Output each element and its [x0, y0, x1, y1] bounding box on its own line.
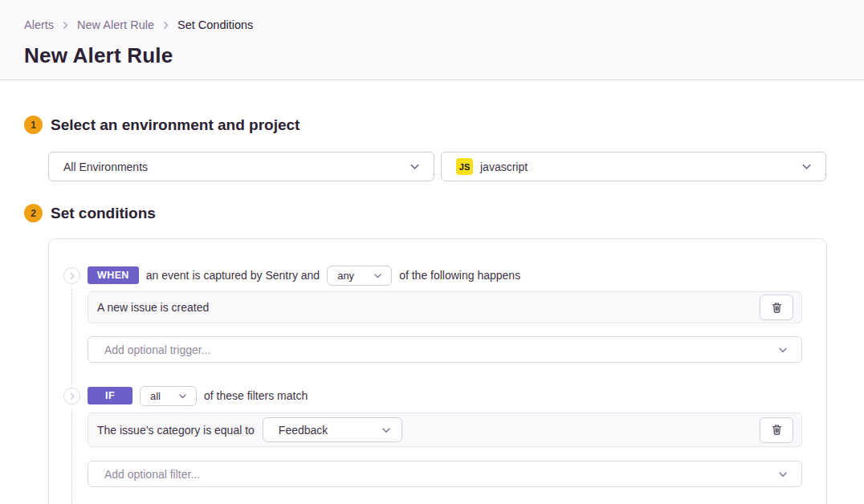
when-match-value: any	[337, 270, 354, 282]
environment-select[interactable]: All Environments	[48, 152, 434, 181]
condition-connector-line	[71, 289, 72, 384]
breadcrumb-current: Set Conditions	[177, 18, 253, 31]
breadcrumb-separator-icon	[161, 21, 170, 30]
condition-connector-line	[71, 409, 72, 504]
breadcrumb-link-new-alert-rule[interactable]: New Alert Rule	[77, 18, 154, 31]
breadcrumb-link-alerts[interactable]: Alerts	[24, 18, 54, 31]
when-text-after: of the following happens	[399, 269, 520, 282]
breadcrumb: Alerts New Alert Rule Set Conditions	[24, 18, 253, 31]
when-text-before: an event is captured by Sentry and	[146, 269, 320, 282]
chevron-down-icon	[777, 469, 789, 480]
javascript-platform-icon: JS	[456, 158, 473, 175]
filter-rule-label: The issue’s category is equal to	[96, 424, 255, 437]
delete-trigger-button[interactable]	[760, 295, 793, 320]
project-select-value: javascript	[480, 161, 793, 173]
if-match-select[interactable]: all	[140, 386, 197, 406]
filter-category-select[interactable]: Feedback	[263, 417, 402, 442]
add-filter-placeholder: Add optional filter...	[104, 468, 200, 481]
page-header: Alerts New Alert Rule Set Conditions New…	[0, 0, 864, 80]
chevron-down-icon	[381, 425, 392, 436]
if-badge: IF	[88, 387, 132, 404]
project-select[interactable]: JS javascript	[441, 152, 826, 181]
when-badge: WHEN	[88, 266, 139, 284]
new-alert-rule-page: Alerts New Alert Rule Set Conditions New…	[0, 0, 864, 504]
add-optional-trigger-select[interactable]: Add optional trigger...	[88, 336, 802, 363]
chevron-down-icon	[409, 161, 421, 173]
step-environment-heading: 1 Select an environment and project	[24, 116, 300, 134]
add-optional-filter-select[interactable]: Add optional filter...	[88, 461, 802, 487]
filter-category-value: Feedback	[279, 424, 328, 437]
if-node-chevron-circle-icon	[63, 388, 80, 404]
if-text-after: of these filters match	[204, 389, 308, 402]
when-node-chevron-circle-icon	[63, 267, 80, 284]
filter-rule-row: The issue’s category is equal to Feedbac…	[88, 413, 802, 447]
trash-icon	[771, 424, 783, 436]
chevron-down-icon	[373, 270, 383, 281]
add-trigger-placeholder: Add optional trigger...	[104, 343, 210, 356]
chevron-down-icon	[177, 391, 188, 401]
trash-icon	[771, 302, 783, 314]
page-title: New Alert Rule	[24, 43, 173, 68]
if-match-value: all	[150, 390, 161, 402]
step-2-heading: Set conditions	[51, 205, 156, 222]
step-2-number-badge: 2	[24, 204, 43, 222]
when-match-select[interactable]: any	[327, 266, 392, 286]
step-1-number-badge: 1	[24, 116, 43, 134]
environment-select-value: All Environments	[63, 161, 409, 173]
when-condition-line: WHEN an event is captured by Sentry and …	[88, 265, 520, 286]
delete-filter-button[interactable]	[760, 417, 793, 443]
if-condition-line: IF all of these filters match	[88, 385, 308, 406]
step-1-heading: Select an environment and project	[51, 116, 300, 134]
breadcrumb-separator-icon	[61, 21, 70, 30]
step-conditions-heading: 2 Set conditions	[24, 204, 156, 222]
chevron-down-icon	[801, 161, 813, 173]
trigger-rule-row: A new issue is created	[88, 291, 802, 323]
trigger-rule-label: A new issue is created	[96, 301, 209, 314]
chevron-down-icon	[777, 344, 789, 356]
